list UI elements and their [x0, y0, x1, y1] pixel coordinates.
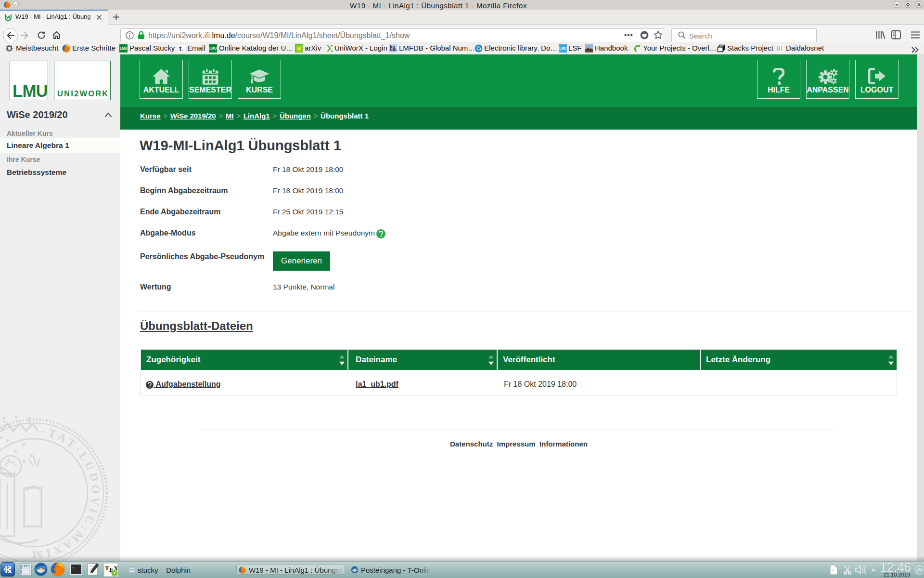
svg-text:>_: >_ [72, 566, 77, 570]
svg-text:?: ? [832, 567, 834, 573]
svg-text:K: K [5, 564, 12, 575]
svg-text:· T A T · L U D O V I C : M A: · T A T · L U D O V I C : M A X I M [31, 425, 102, 561]
